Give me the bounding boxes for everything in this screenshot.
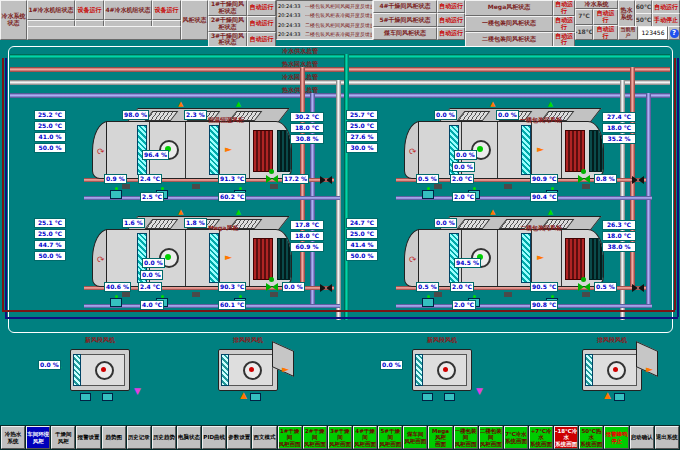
nav-button[interactable]: 5#干燥间 风柜画面 [378,426,402,449]
nav-button[interactable]: 历史记录 [127,426,151,449]
nav-button[interactable]: 电脑状态 [177,426,201,449]
value-box: 18.0 ℃ [602,123,636,133]
unit-leg [582,292,590,297]
damper-actuator-icon[interactable] [422,393,433,401]
damper-actuator-icon[interactable] [422,298,434,307]
nav-button[interactable]: 冷热水 系统 [1,426,25,449]
plant-diagram: 冷水供水总管 热水回水总管 冷水回水总管 热水供水总管 [0,40,680,425]
nav-button[interactable]: Mega风柜 画面 [428,426,452,449]
ahu-status-row: 4#干燥间风柜状态 自动运行 [373,0,465,13]
valve-feedback-value: 0.9 % [104,174,127,184]
damper-actuator-icon[interactable] [110,190,122,199]
ahu-status-mid: 4#干燥间风柜状态 自动运行 5#干燥间风柜状态 自动运行 煤车间风柜状态 自动… [373,0,465,40]
fan-body[interactable] [412,349,472,391]
nav-button[interactable]: 干燥间 风柜 [51,426,75,449]
shutoff-valve-icon[interactable] [632,284,644,292]
outlet-arrow-icon: ► [646,364,653,374]
nav-button[interactable]: +7℃冷水 系统画面 [529,426,553,449]
shutoff-valve-icon[interactable] [320,176,332,184]
chiller-status-row: 1#冷水机组状态 设备运行 4#冷水机组状态 设备运行 [27,0,181,20]
filter-icon [415,354,423,386]
damper-actuator-icon[interactable] [102,393,113,401]
current-user-value[interactable]: 123456 [638,26,668,40]
coil-temp-value: 2.4 ℃ [138,282,162,292]
cold-water-header: 冷水系统 [575,0,618,9]
fan-name: 新风段风机 [382,336,502,345]
pipe-temp-value: 90.4 ℃ [530,192,558,202]
control-valve-icon[interactable] [266,175,278,183]
fan-speed-value: 96.4 % [142,150,169,160]
coil-temp-value: 4.0 ℃ [140,300,164,310]
nav-button[interactable]: 一楼包装间 风柜画面 [454,426,478,449]
alarm-list[interactable]: 20:24:33 一楼包装风柜回风阀开度反馈故障 20:24:33 一楼包装风柜… [276,0,373,40]
nav-button[interactable]: -18℃冷水 系统画面 [554,426,578,449]
outlet-arrow-icon: ► [282,364,289,374]
nav-button[interactable]: 报警设置 [76,426,100,449]
control-valve-icon[interactable] [266,283,278,291]
nav-button[interactable]: 历史趋势 [152,426,176,449]
value-box: 17.8 ℃ [290,220,324,230]
control-valve-icon[interactable] [578,283,590,291]
nav-button[interactable]: 煤车间 风柜画面 [403,426,427,449]
damper-actuator-icon[interactable] [614,393,625,401]
valve-opening-value: 0.5 % [594,282,617,292]
fan-body[interactable] [218,349,278,391]
nav-button[interactable]: 启动确认 [630,426,654,449]
shutoff-valve-icon[interactable] [632,176,644,184]
fan-impeller-icon[interactable] [607,361,626,380]
nav-button[interactable]: 参数设置 [227,426,251,449]
damper-actuator-icon[interactable] [444,393,455,401]
supply-air-readings: 17.8 ℃ 18.0 ℃ 60.9 % [290,220,324,253]
intake-arrow-icon: ▲ [236,100,241,108]
damper-actuator-icon[interactable] [80,393,91,401]
damper-actuator-icon[interactable] [250,393,261,401]
coil-temp-value: 2.0 ℃ [450,174,474,184]
heating-coil-icon [253,130,273,172]
fan-body[interactable] [70,349,130,391]
fan-body[interactable] [582,349,642,391]
airflow-arrow-icon: ► [225,144,232,154]
fan-cell: 排风段风机 ► ▼ ▲ ► [552,336,672,408]
section-divider [249,230,250,286]
fan-speed-value: 0.0 % [452,162,475,172]
nav-button[interactable]: 1#干燥间 风柜画面 [278,426,302,449]
fan-damper-value: 0.0 % [380,360,403,370]
nav-button[interactable]: 4#干燥间 风柜画面 [353,426,377,449]
fan-impeller-icon[interactable] [437,361,456,380]
nav-button[interactable]: 车间环境 风柜 [26,426,50,449]
control-valve-icon[interactable] [578,175,590,183]
value-box: 25.2 ℃ [34,110,66,120]
value-box: 30.2 ℃ [290,112,324,122]
nav-button[interactable]: 退出系统 [655,426,679,449]
ahu-label: 一楼包装间风柜状态 [465,16,553,32]
fan-cell: 排风段风机 ► ▼ ▲ ► [188,336,308,408]
damper-actuator-icon[interactable] [422,190,434,199]
nav-button[interactable]: PID曲线 [202,426,226,449]
nav-button[interactable]: 西文模式 [252,426,276,449]
nav-button[interactable]: 3#干燥间 风柜画面 [328,426,352,449]
nav-button[interactable]: 50℃热水 系统画面 [579,426,603,449]
ahu-status: 自动运行 [247,16,276,32]
intake-arrow-icon: ▲ [548,100,553,108]
valve-feedback-value: 40.6 % [104,282,131,292]
shutoff-valve-icon[interactable] [320,284,332,292]
section-divider [497,122,498,178]
nav-button[interactable]: 趋势图 [102,426,126,449]
value-box: 27.6 % [346,132,378,142]
nav-button[interactable]: 报警蜂鸣 停止 [604,426,628,449]
help-icon[interactable]: ? [670,29,679,38]
filter-icon [521,125,531,175]
fan-impeller-icon[interactable] [243,361,262,380]
unit-leg [192,292,200,297]
help-cell[interactable]: ? [668,26,680,40]
grille-icon [145,219,179,229]
navigation-toolbar: 冷热水 系统 车间环境 风柜 干燥间 风柜 报警设置 趋势图 历史记录 历史趋势… [0,425,680,450]
nav-button[interactable]: 二楼包装间 风柜画面 [479,426,503,449]
unit-leg [270,184,278,189]
nav-button[interactable]: 7℃冷水 系统画面 [504,426,528,449]
nav-button[interactable]: 2#干燥间 风柜画面 [303,426,327,449]
unit-leg [192,184,200,189]
hmi-screen: 冷水系统状态 1#冷水机组状态 设备运行 4#冷水机组状态 设备运行 2#冷水机… [0,0,680,450]
damper-actuator-icon[interactable] [110,298,122,307]
fan-impeller-icon[interactable] [95,361,114,380]
